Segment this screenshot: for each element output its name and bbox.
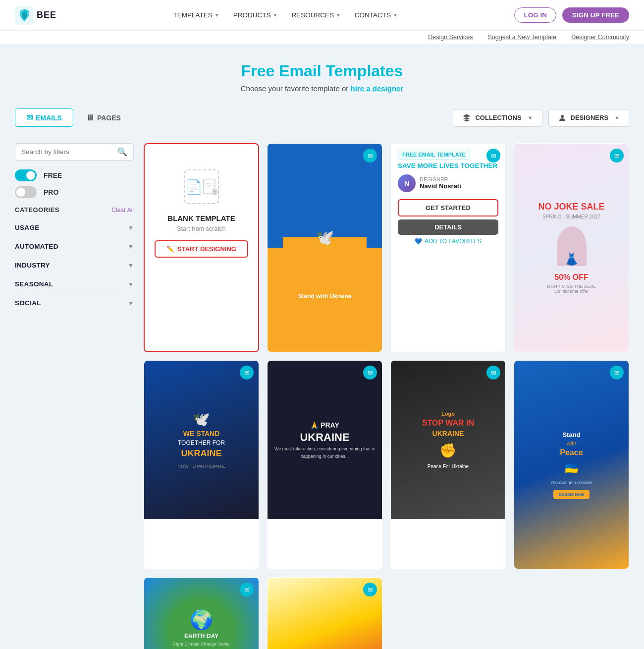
template-card-war[interactable]: ✉ 🕊️ WE STAND TOGETHER FOR UKRAINE HOW T…	[144, 360, 259, 569]
email-badge: ✉	[240, 366, 254, 379]
tab-emails[interactable]: ✉ EMAILS	[15, 108, 73, 127]
main-layout: 🔍 FREE PRO CATEGORIES Clear All USAGE ▼	[0, 133, 644, 649]
subnav-design-services[interactable]: Design Services	[428, 34, 473, 41]
sidebar: 🔍 FREE PRO CATEGORIES Clear All USAGE ▼	[15, 143, 134, 649]
template-card-art-event[interactable]: ✉ You're Invited... WORLD ART DAY EVENT …	[267, 577, 382, 649]
layers-icon	[462, 113, 471, 122]
subnav-suggest-template[interactable]: Suggest a New Template	[488, 34, 557, 41]
category-automated[interactable]: AUTOMATED ▼	[15, 237, 134, 256]
chevron-down-icon: ▼	[528, 115, 533, 121]
email-badge: ✉	[363, 583, 377, 596]
chevron-icon: ▼	[128, 300, 134, 307]
tab-pages[interactable]: 🖥 PAGES	[75, 108, 132, 127]
signup-button[interactable]: SIGN UP FREE	[562, 7, 629, 23]
hero-title: Free Email Templates	[10, 62, 634, 80]
categories-title: CATEGORIES	[15, 206, 59, 214]
navbar: BEE TEMPLATES ▼ PRODUCTS ▼ RESOURCES ▼ C…	[0, 0, 644, 31]
hero-section: Free Email Templates Choose your favorit…	[0, 44, 644, 103]
collections-dropdown[interactable]: COLLECTIONS ▼	[453, 109, 542, 127]
email-badge: ✉	[610, 366, 624, 379]
bee-logo-icon	[15, 6, 34, 25]
svg-rect-5	[206, 188, 210, 189]
search-input[interactable]	[21, 148, 113, 156]
category-usage[interactable]: USAGE ▼	[15, 218, 134, 237]
email-badge: ✉	[363, 149, 377, 162]
chevron-icon: ▼	[272, 12, 277, 18]
template-card-ukraine[interactable]: ✉ 🕊️ Stand with Ukraine Support families	[267, 143, 382, 352]
pro-label: PRO	[44, 188, 58, 196]
pencil-icon: ✏️	[166, 245, 174, 253]
sub-navbar: Design Services Suggest a New Template D…	[0, 31, 644, 44]
clear-all-button[interactable]: Clear All	[111, 207, 134, 214]
card-thumbnail: Stand with Peace 🇺🇦 You can help Ukraine…	[514, 361, 629, 569]
designer-name: Navid Nosrati	[420, 182, 461, 190]
nav-item-templates[interactable]: TEMPLATES ▼	[173, 11, 219, 19]
blank-template-card[interactable]: BLANK TEMPLATE Start from scratch ✏️ STA…	[144, 143, 259, 352]
nav-item-contacts[interactable]: CONTACTS ▼	[355, 11, 398, 19]
nav-links: TEMPLATES ▼ PRODUCTS ▼ RESOURCES ▼ CONTA…	[173, 11, 398, 19]
blank-template-subtitle: Start from scratch	[177, 225, 226, 232]
chevron-icon: ▼	[336, 12, 341, 18]
logo[interactable]: BEE	[15, 6, 56, 25]
categories-header: CATEGORIES Clear All	[15, 206, 134, 214]
nav-item-resources[interactable]: RESOURCES ▼	[291, 11, 340, 19]
login-button[interactable]: LOG IN	[514, 7, 556, 23]
free-label: FREE	[44, 171, 62, 179]
tabs-bar: ✉ EMAILS 🖥 PAGES COLLECTIONS ▼ DESIGNERS…	[0, 103, 644, 133]
template-card-stand-peace[interactable]: ✉ Stand with Peace 🇺🇦 You can help Ukrai…	[514, 360, 629, 569]
featured-template-card[interactable]: ✉ FREE EMAIL TEMPLATE SAVE MORE LIVES TO…	[390, 143, 506, 352]
email-badge: ✉	[486, 149, 500, 162]
get-started-button[interactable]: GET STARTED	[398, 199, 498, 216]
chevron-icon: ▼	[128, 262, 134, 269]
tabs-group: ✉ EMAILS 🖥 PAGES	[15, 108, 132, 127]
heart-icon: 💙	[415, 238, 422, 245]
nav-actions: LOG IN SIGN UP FREE	[514, 7, 629, 23]
start-designing-button[interactable]: ✏️ START DESIGNING	[155, 240, 248, 258]
pages-icon: 🖥	[86, 113, 94, 122]
svg-point-1	[561, 115, 564, 118]
pro-toggle-row: PRO	[15, 186, 134, 198]
template-card-earth-day[interactable]: ✉ 🌍 EARTH DAY Fight Climate Change Today…	[144, 577, 259, 649]
card-thumbnail: NO JOKE SALE SPRING - SUMMER 2027 👗 50% …	[514, 144, 629, 352]
chevron-icon: ▼	[393, 12, 398, 18]
category-industry[interactable]: INDUSTRY ▼	[15, 256, 134, 275]
card-thumbnail: 🙏 PRAY UKRAINE We must take action, cons…	[268, 361, 382, 519]
svg-rect-4	[206, 185, 212, 186]
hire-designer-link[interactable]: hire a designer	[351, 84, 404, 93]
template-card-pray[interactable]: ✉ 🙏 PRAY UKRAINE We must take action, co…	[267, 360, 382, 569]
add-to-favorites-button[interactable]: 💙 ADD TO FAVORITES	[415, 238, 482, 245]
details-button[interactable]: DETAILS	[398, 219, 498, 235]
designer-row: N DESIGNER Navid Nosrati	[398, 174, 498, 192]
card-thumbnail: Logo STOP WAR IN UKRAINE ✊ Peace For Ukr…	[391, 361, 505, 519]
category-seasonal[interactable]: SEASONAL ▼	[15, 275, 134, 294]
search-box: 🔍	[15, 143, 134, 161]
search-icon[interactable]: 🔍	[117, 147, 127, 157]
blank-template-title: BLANK TEMPLATE	[167, 213, 235, 223]
free-badge: FREE EMAIL TEMPLATE	[398, 150, 470, 160]
email-icon: ✉	[26, 113, 33, 122]
category-social[interactable]: SOCIAL ▼	[15, 294, 134, 313]
chevron-icon: ▼	[215, 12, 219, 18]
designers-dropdown[interactable]: DESIGNERS ▼	[548, 109, 629, 127]
email-badge: ✉	[363, 366, 377, 379]
logo-text: BEE	[37, 10, 56, 20]
chevron-icon: ▼	[128, 243, 134, 250]
chevron-icon: ▼	[128, 281, 134, 288]
chevron-down-icon: ▼	[614, 115, 620, 121]
template-card-stop-war[interactable]: ✉ Logo STOP WAR IN UKRAINE ✊ Peace For U…	[390, 360, 506, 569]
filter-dropdowns: COLLECTIONS ▼ DESIGNERS ▼	[453, 109, 629, 127]
email-badge: ✉	[610, 149, 624, 162]
card-thumbnail: 🕊️ WE STAND TOGETHER FOR UKRAINE HOW TO …	[144, 361, 259, 519]
designer-label: DESIGNER	[420, 176, 461, 182]
blank-template-icon	[184, 169, 219, 204]
template-card-fashion[interactable]: ✉ NO JOKE SALE SPRING - SUMMER 2027 👗 50…	[514, 143, 629, 352]
subnav-designer-community[interactable]: Designer Community	[571, 34, 629, 41]
nav-item-products[interactable]: PRODUCTS ▼	[233, 11, 278, 19]
pro-toggle[interactable]	[15, 186, 37, 198]
email-badge: ✉	[486, 366, 500, 379]
free-toggle[interactable]	[15, 169, 37, 181]
designer-avatar: N	[398, 174, 416, 192]
card-thumbnail: 🕊️ Stand with Ukraine Support families	[268, 144, 382, 352]
svg-rect-3	[206, 183, 212, 184]
free-toggle-row: FREE	[15, 169, 134, 181]
